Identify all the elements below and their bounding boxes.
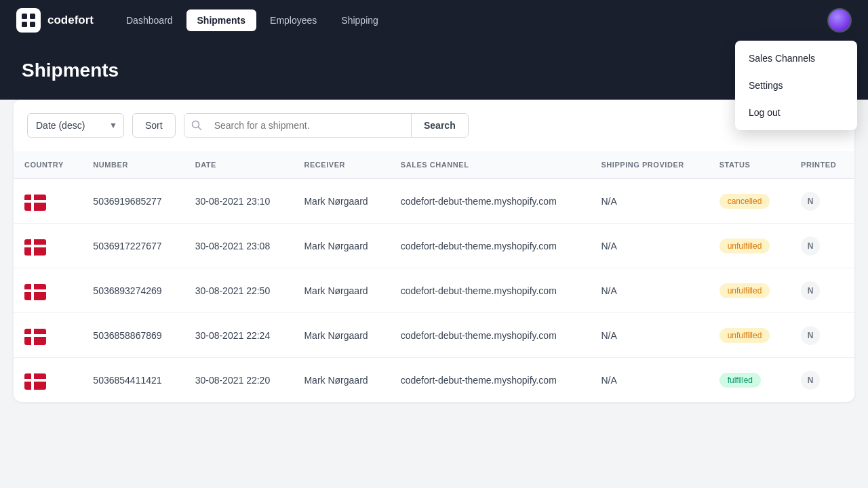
flag-dk [24, 239, 46, 256]
avatar-image [829, 9, 850, 31]
svg-rect-0 [22, 14, 27, 19]
cell-country [14, 224, 82, 268]
shipments-card: Date (desc) Date (asc) Number (asc) Numb… [14, 100, 854, 402]
cell-sales-channel: codefort-debut-theme.myshopify.com [390, 224, 591, 268]
table-row[interactable]: 503691722767730-08-2021 23:08Mark Nørgaa… [14, 224, 854, 268]
cell-printed: N [790, 179, 854, 224]
dropdown-sales-channels[interactable]: Sales Channels [735, 45, 857, 72]
cell-receiver: Mark Nørgaard [293, 179, 389, 224]
printed-badge: N [801, 281, 820, 300]
cell-shipping-provider: N/A [590, 313, 708, 358]
cell-sales-channel: codefort-debut-theme.myshopify.com [390, 313, 591, 358]
status-badge: fulfilled [719, 373, 761, 388]
table-row[interactable]: 503685886786930-08-2021 22:24Mark Nørgaa… [14, 313, 854, 358]
status-badge: unfulfilled [719, 239, 770, 253]
cell-status: fulfilled [709, 358, 790, 403]
cell-receiver: Mark Nørgaard [293, 358, 389, 403]
cell-country [14, 268, 82, 313]
svg-rect-1 [30, 14, 35, 19]
dropdown-menu: Sales Channels Settings Log out [735, 41, 857, 130]
col-sales-channel: SALES CHANNEL [390, 151, 591, 179]
cell-status: cancelled [709, 179, 790, 224]
cell-number: 5036893274269 [82, 268, 184, 313]
logo-text: codefort [47, 14, 94, 27]
cell-shipping-provider: N/A [590, 179, 708, 224]
navbar: codefort Dashboard Shipments Employees S… [0, 0, 868, 41]
flag-dk [24, 284, 46, 300]
flag-dk [24, 373, 46, 390]
col-shipping-provider: SHIPPING PROVIDER [590, 151, 708, 179]
printed-badge: N [801, 237, 820, 256]
dropdown-settings[interactable]: Settings [735, 72, 857, 99]
table-header-row: COUNTRY NUMBER DATE RECEIVER SALES CHANN… [14, 151, 854, 179]
cell-status: unfulfilled [709, 313, 790, 358]
cell-shipping-provider: N/A [590, 268, 708, 313]
printed-badge: N [801, 326, 820, 345]
cell-number: 5036917227677 [82, 224, 184, 268]
table-wrapper: COUNTRY NUMBER DATE RECEIVER SALES CHANN… [14, 151, 854, 402]
cell-date: 30-08-2021 22:24 [184, 313, 294, 358]
cell-number: 5036919685277 [82, 179, 184, 224]
printed-badge: N [801, 371, 820, 390]
page-title: Shipments [22, 60, 846, 81]
nav-employees[interactable]: Employees [259, 9, 328, 31]
col-number: NUMBER [82, 151, 184, 179]
search-wrapper: Search [184, 113, 469, 138]
cell-sales-channel: codefort-debut-theme.myshopify.com [390, 268, 591, 313]
nav-dashboard[interactable]: Dashboard [115, 9, 184, 31]
cell-receiver: Mark Nørgaard [293, 224, 389, 268]
cell-country [14, 179, 82, 224]
cell-country [14, 313, 82, 358]
col-date: DATE [184, 151, 294, 179]
main-section: Date (desc) Date (asc) Number (asc) Numb… [0, 100, 868, 415]
status-badge: unfulfilled [719, 283, 770, 298]
cell-printed: N [790, 313, 854, 358]
flag-dk [24, 329, 46, 345]
cell-shipping-provider: N/A [590, 224, 708, 268]
cell-date: 30-08-2021 22:50 [184, 268, 294, 313]
sort-select[interactable]: Date (desc) Date (asc) Number (asc) Numb… [27, 113, 124, 138]
table-row[interactable]: 503689327426930-08-2021 22:50Mark Nørgaa… [14, 268, 854, 313]
page-wrapper: codefort Dashboard Shipments Employees S… [0, 0, 868, 488]
cell-status: unfulfilled [709, 268, 790, 313]
printed-badge: N [801, 192, 820, 211]
col-country: COUNTRY [14, 151, 82, 179]
search-input[interactable] [209, 114, 411, 137]
svg-rect-2 [22, 22, 27, 27]
flag-dk [24, 195, 46, 211]
cell-date: 30-08-2021 22:20 [184, 358, 294, 403]
cell-sales-channel: codefort-debut-theme.myshopify.com [390, 179, 591, 224]
svg-rect-3 [30, 22, 35, 27]
sort-select-wrapper: Date (desc) Date (asc) Number (asc) Numb… [27, 113, 124, 138]
cell-receiver: Mark Nørgaard [293, 313, 389, 358]
cell-printed: N [790, 224, 854, 268]
dropdown-logout[interactable]: Log out [735, 99, 857, 126]
search-button[interactable]: Search [411, 114, 468, 137]
cell-shipping-provider: N/A [590, 358, 708, 403]
search-icon [184, 114, 209, 137]
col-printed: PRINTED [790, 151, 854, 179]
cell-country [14, 358, 82, 403]
cell-status: unfulfilled [709, 224, 790, 268]
cell-printed: N [790, 358, 854, 403]
cell-number: 5036854411421 [82, 358, 184, 403]
shipments-table: COUNTRY NUMBER DATE RECEIVER SALES CHANN… [14, 151, 854, 402]
nav-links: Dashboard Shipments Employees Shipping [115, 9, 827, 31]
status-badge: cancelled [719, 194, 770, 209]
toolbar: Date (desc) Date (asc) Number (asc) Numb… [14, 100, 854, 151]
cell-receiver: Mark Nørgaard [293, 268, 389, 313]
col-receiver: RECEIVER [293, 151, 389, 179]
cell-printed: N [790, 268, 854, 313]
avatar[interactable] [827, 8, 852, 33]
col-status: STATUS [709, 151, 790, 179]
sort-button[interactable]: Sort [132, 113, 176, 138]
nav-shipping[interactable]: Shipping [330, 9, 389, 31]
table-row[interactable]: 503685441142130-08-2021 22:20Mark Nørgaa… [14, 358, 854, 403]
cell-date: 30-08-2021 23:10 [184, 179, 294, 224]
cell-date: 30-08-2021 23:08 [184, 224, 294, 268]
svg-line-5 [198, 127, 201, 130]
logo-area: codefort [16, 8, 94, 33]
cell-sales-channel: codefort-debut-theme.myshopify.com [390, 358, 591, 403]
nav-shipments[interactable]: Shipments [186, 9, 257, 31]
table-row[interactable]: 503691968527730-08-2021 23:10Mark Nørgaa… [14, 179, 854, 224]
